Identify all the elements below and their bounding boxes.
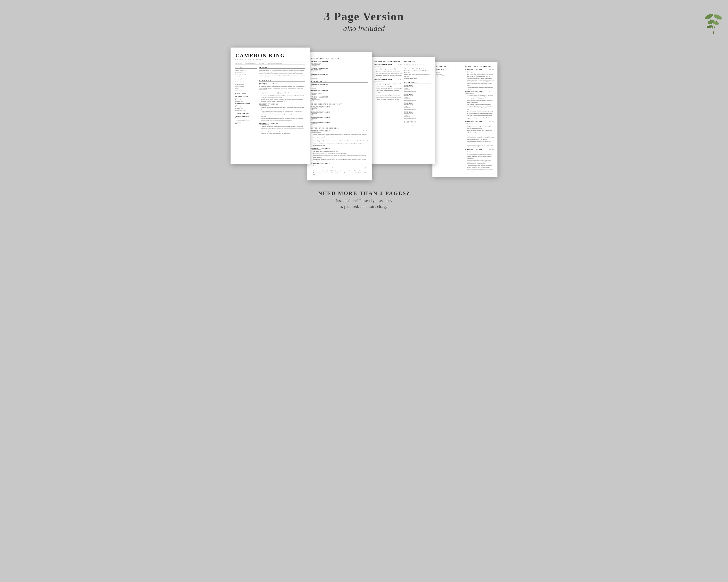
interests-label: INTERESTS	[404, 61, 431, 63]
p2-exp-2: POSITION TITLE HERE Company, Location Do…	[311, 147, 368, 162]
summary-label: SUMMARY	[259, 67, 305, 68]
prof-dev-2: CLASS, COURSE, WORKSHOP Organization Dat…	[311, 111, 368, 115]
comm-org-3: NAME OF ORGANIZATION Your Volunteer Role…	[311, 74, 368, 79]
exp-block-3: POSITION TITLE HERE Company, Location La…	[259, 122, 305, 135]
experience-label: EXPERIENCE	[259, 80, 305, 82]
community-label: COMMUNITY INVOLVEMENT	[311, 58, 368, 60]
pages-container: CAMERON KING PROFESSIONAL TITLE 555.555.…	[231, 40, 497, 181]
ach-date-2: Date	[235, 123, 257, 124]
prof-dev-3: CLASS, COURSE, WORKSHOP Organization Dat…	[311, 116, 368, 120]
languages-label: LANGUAGES	[404, 121, 431, 123]
p4-ref-1: NAME HERE Reference's Job Title Company …	[436, 69, 463, 77]
p2-bullets-3: If you include a link to your LinkedIn p…	[311, 166, 368, 175]
bullet-1-1: Targeting your resume to the job posting…	[261, 91, 305, 94]
edu-major-2: Major	[235, 105, 257, 106]
exp-text-1: To increase your chances of landing an i…	[259, 86, 305, 91]
p2-comp-3: Company, Location	[311, 164, 368, 166]
prof-dev-4: CLASS, COURSE, WORKSHOP Organization Dat…	[311, 121, 368, 126]
ref-3: NAME HERE Reference's Job Title Company …	[404, 102, 431, 110]
resume-professional-title: PROFESSIONAL TITLE	[235, 59, 305, 61]
prof-dev-1: CLASS, COURSE, WORKSHOP Organization Dat…	[311, 106, 368, 110]
p3-left: EXPERIENCE (continued) POSITION TITLE HE…	[374, 61, 402, 126]
resume-body: SKILLS // PROFESSIONAL Project Planning …	[235, 67, 305, 136]
skills-label: SKILLS	[235, 67, 257, 68]
page-header: 3 Page Version also included	[324, 10, 404, 33]
skill-improving-efficiency: Improving Efficiency	[235, 73, 257, 75]
summary-text: Use this area to quickly sell yourself a…	[259, 70, 305, 78]
bullet-2-4: E.g.: how many customers you helped each…	[261, 118, 305, 121]
edu-uni-1: University, Location	[235, 99, 257, 101]
email: youremail@mail.com	[245, 62, 256, 64]
p2-bullets-2: Don't limit the length of your resume ba…	[311, 150, 368, 162]
p2-exp-1: POSITION TITLE HERE Date – Date Company,…	[311, 130, 368, 146]
ref-2: NAME HERE Reference's Job Title Company …	[404, 93, 431, 101]
phone: 555.555.5555	[235, 62, 242, 64]
resume-contact: 555.555.5555 • youremail@mail.com • City…	[235, 62, 305, 65]
skill-adobe: Adobe Illustrator	[235, 85, 257, 87]
skill-team-leadership: Team Leadership	[235, 79, 257, 81]
exp-bullets-2: Quantifying your achievements means incl…	[259, 107, 305, 121]
p2-exp-3: POSITION TITLE HERE Company, Location If…	[311, 163, 368, 175]
p4-exp-1: POSITION TITLE HERE Date – Date Company,…	[465, 69, 494, 90]
exp-bullets-1: Targeting your resume to the job posting…	[259, 91, 305, 102]
skill-time-management: Time Management	[235, 77, 257, 79]
achievements-label: ACHIEVEMENTS	[235, 113, 257, 115]
left-column: SKILLS // PROFESSIONAL Project Planning …	[235, 67, 257, 136]
p4-exp-3: POSITION TITLE HERE Date – Date Company,…	[465, 121, 494, 148]
resume-page-2: COMMUNITY INVOLVEMENT NAME OF ORGANIZATI…	[307, 52, 372, 181]
footer-line1: Just email me! I'll send you as many	[336, 199, 392, 203]
p3-exp-2: POSITION TITLE HERE Date – Date Company,…	[374, 79, 402, 100]
footer-line2: as you need, at no extra charge.	[339, 204, 388, 209]
p4-references-label: REFERENCES	[436, 66, 463, 68]
comm-org-2: NAME OF ORGANIZATION Your Volunteer Role…	[311, 67, 368, 73]
bullet-3-1: Last but not least, proofread your resum…	[261, 126, 305, 131]
language-spanish: Spanish Currently learning	[404, 124, 431, 126]
svg-point-1	[713, 13, 722, 21]
resume-header: CAMERON KING PROFESSIONAL TITLE 555.555.…	[235, 52, 305, 65]
page-footer: NEED MORE THAN 3 PAGES? Just email me! I…	[318, 190, 410, 210]
p2-bullets-1: Describe your achievements while in this…	[311, 133, 368, 146]
exp-comp-3: Company, Location	[259, 124, 305, 125]
achievement-1: AWARD/ACHIEVEMENT Organization Date	[235, 116, 257, 119]
resume-page-3: EXPERIENCE (continued) POSITION TITLE HE…	[370, 57, 435, 164]
member-1: NAME OF ORGANIZATION Your Role Descripti…	[311, 84, 368, 89]
bullet-2-3: It also helps the potential employer vis…	[261, 114, 305, 117]
references-label: REFERENCES	[404, 82, 431, 83]
skill-asana: Asana	[235, 87, 257, 89]
page-subtitle: also included	[324, 24, 404, 33]
page-title: 3 Page Version	[324, 10, 404, 23]
exp-cont-label-p3: EXPERIENCE (continued)	[374, 61, 402, 63]
p4-left: REFERENCES NAME HERE Reference's Job Tit…	[436, 66, 463, 173]
p2-comp-1: Company, Location	[311, 132, 368, 133]
exp-comp-2: Company, Location	[259, 105, 305, 106]
achievement-2: AWARD/ACHIEVEMENT Organization Date	[235, 120, 257, 124]
plant-decoration	[704, 7, 723, 31]
exp-cont-label-p2: EXPERIENCE (continued)	[311, 127, 368, 129]
p2-date-1: Date – Date	[363, 130, 368, 132]
technical-skills-label: // TECHNICAL	[235, 84, 257, 85]
exp-comp-1: Company, Location	[259, 84, 305, 85]
edu-major-1: Major	[235, 98, 257, 99]
ref-4: NAME HERE Reference's Job Title Company …	[404, 111, 431, 119]
p2-comp-2: Company, Location	[311, 149, 368, 150]
resume-name: CAMERON KING	[235, 52, 305, 59]
edu-honors: Honors, Awards or GPA	[235, 110, 257, 111]
comm-org-1: NAME OF ORGANIZATION Your Volunteer Role…	[311, 61, 368, 66]
location: City, State	[259, 62, 264, 64]
bullet-2-2: Numbers really stand out to the reader a…	[261, 110, 305, 114]
p4-exp-2: POSITION TITLE HERE Date – Date Company,…	[465, 91, 494, 120]
skill-html: HTML & CSS	[235, 89, 257, 91]
prof-dev-label: PROFESSIONAL DEVELOPMENT	[311, 103, 368, 105]
p3-right: INTERESTS Youth Basketball Coach – State…	[404, 61, 431, 126]
edu-uni-2: University, Location	[235, 106, 257, 108]
professional-skills-label: // PROFESSIONAL	[235, 70, 257, 71]
member-3: NAME OF ORGANIZATION Your Role Descripti…	[311, 96, 368, 101]
page3-body: EXPERIENCE (continued) POSITION TITLE HE…	[374, 61, 431, 126]
exp-block-2: POSITION TITLE HERE Company, Location Qu…	[259, 103, 305, 121]
bullet-3-2: Make sure you check the most overlooked …	[261, 131, 305, 134]
svg-point-0	[704, 12, 714, 20]
memberships-label: MEMBERSHIPS	[311, 81, 368, 83]
skill-project-planning: Project Planning	[235, 71, 257, 73]
bullet-1-3: Just make sure you have the experience t…	[261, 99, 305, 102]
footer-sub-text: Just email me! I'll send you as many as …	[318, 198, 410, 210]
